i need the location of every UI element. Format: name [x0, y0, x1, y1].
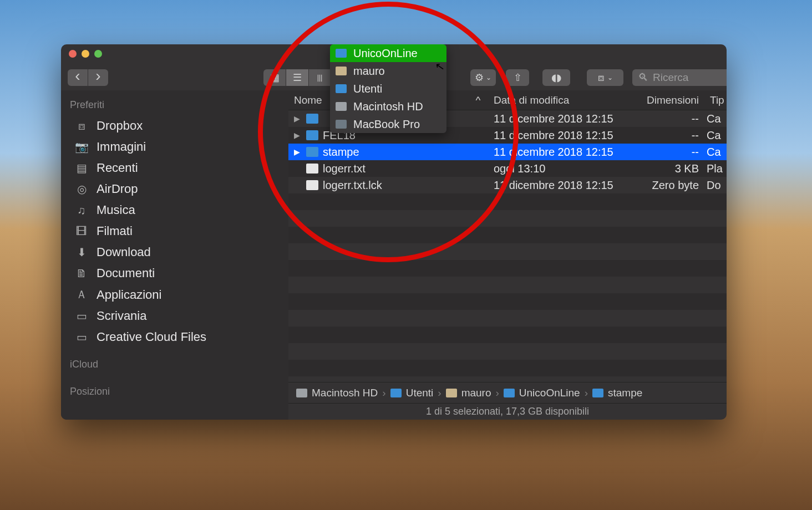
search-field[interactable]: 🔍︎ Ricerca: [632, 69, 727, 86]
sidebar-item-music[interactable]: ♫Musica: [61, 200, 288, 221]
title-path-menu: UnicoOnLine mauro Utenti Macintosh HD Ma…: [330, 44, 446, 133]
path-menu-item-utenti[interactable]: Utenti: [330, 80, 446, 98]
table-row[interactable]: ▶logerr.txt.lck 11 dicembre 2018 12:15 Z…: [288, 177, 727, 193]
search-icon: 🔍︎: [638, 72, 648, 84]
path-segment[interactable]: UnicoOnLine: [519, 387, 580, 399]
recents-icon: ▤: [74, 161, 89, 175]
path-menu-label: Utenti: [353, 83, 382, 95]
applications-icon: Ａ: [74, 287, 89, 302]
sidebar-item-pictures[interactable]: 📷Immagini: [61, 136, 288, 157]
forward-button[interactable]: [88, 69, 108, 86]
music-icon: ♫: [74, 204, 89, 217]
column-view-button[interactable]: ⫼: [309, 69, 331, 86]
sidebar-item-label: Musica: [97, 203, 135, 217]
table-row-selected[interactable]: ▶stampe 11 dicembre 2018 12:15 -- Ca: [288, 144, 727, 160]
file-size: 3 KB: [632, 162, 704, 175]
path-menu-label: mauro: [353, 65, 385, 78]
tag-icon: ◖◗: [551, 72, 561, 84]
column-sort-indicator[interactable]: ^: [468, 94, 488, 106]
file-size: --: [632, 146, 704, 159]
path-segment[interactable]: mauro: [461, 387, 491, 399]
folder-icon: [336, 84, 347, 93]
sidebar-item-airdrop[interactable]: ◎AirDrop: [61, 178, 288, 200]
file-date: 11 dicembre 2018 12:15: [488, 129, 632, 142]
sidebar-item-label: Scrivania: [97, 309, 146, 323]
folder-icon: [592, 389, 603, 397]
sidebar-item-label: AirDrop: [97, 182, 138, 196]
file-name: logerr.txt.lck: [323, 179, 382, 192]
path-menu-item-macbook-pro[interactable]: MacBook Pro: [330, 115, 446, 133]
path-segment[interactable]: stampe: [608, 387, 642, 399]
disclosure-triangle-icon[interactable]: ▶: [294, 114, 302, 123]
chevron-down-icon: ⌄: [607, 74, 613, 81]
column-header-kind[interactable]: Tip: [704, 94, 727, 106]
sidebar-item-label: Documenti: [97, 266, 155, 280]
file-size: Zero byte: [632, 179, 704, 192]
file-kind: Do: [704, 179, 727, 192]
sidebar-item-dropbox[interactable]: ⧈Dropbox: [61, 115, 288, 136]
chevron-down-icon: ⌄: [486, 74, 491, 81]
share-button[interactable]: ⇧: [506, 69, 529, 86]
document-icon: 🗎: [74, 267, 89, 280]
folder-icon: [504, 389, 515, 397]
dropbox-icon: ⧈: [74, 120, 89, 132]
file-name: logerr.txt: [323, 162, 366, 175]
home-icon: [446, 389, 457, 397]
computer-icon: [336, 120, 347, 129]
folder-icon: [336, 49, 347, 58]
column-header-size[interactable]: Dimensioni: [632, 94, 704, 106]
back-button[interactable]: [68, 69, 88, 86]
file-name: stampe: [323, 146, 359, 159]
file-date: 11 dicembre 2018 12:15: [488, 146, 632, 159]
icon-view-button[interactable]: ▦: [263, 69, 286, 86]
file-date: oggi 13:10: [488, 162, 632, 175]
sidebar-item-documents[interactable]: 🗎Documenti: [61, 263, 288, 284]
sidebar-item-creative-cloud[interactable]: ▭Creative Cloud Files: [61, 327, 288, 348]
tags-button[interactable]: ◖◗: [542, 69, 570, 86]
home-icon: [336, 67, 347, 75]
sidebar-item-label: Download: [97, 245, 151, 259]
action-button[interactable]: ⚙︎⌄: [470, 69, 496, 86]
search-placeholder: Ricerca: [653, 72, 688, 84]
path-segment[interactable]: Macintosh HD: [312, 387, 378, 399]
sidebar-item-movies[interactable]: 🎞Filmati: [61, 221, 288, 242]
path-menu-item-macintosh-hd[interactable]: Macintosh HD: [330, 98, 446, 115]
disk-icon: [336, 102, 347, 111]
disclosure-triangle-icon[interactable]: ▶: [294, 147, 302, 156]
sidebar-item-desktop[interactable]: ▭Scrivania: [61, 305, 288, 327]
sidebar-section-favorites: Preferiti: [61, 96, 288, 115]
list-icon: ☰: [293, 72, 302, 84]
table-row[interactable]: ▶logerr.txt oggi 13:10 3 KB Pla: [288, 160, 727, 177]
chevron-left-icon: [75, 72, 80, 84]
file-date: 11 dicembre 2018 12:15: [488, 179, 632, 192]
file-list-panel: Nome ^ Data di modifica Dimensioni Tip ▶…: [288, 90, 727, 420]
path-menu-label: MacBook Pro: [353, 118, 420, 131]
sidebar: Preferiti ⧈Dropbox 📷Immagini ▤Recenti ◎A…: [61, 90, 288, 420]
path-menu-label: Macintosh HD: [353, 100, 423, 113]
sidebar-item-label: Creative Cloud Files: [97, 330, 206, 344]
dropbox-toolbar-button[interactable]: ⧈⌄: [587, 69, 623, 86]
file-kind: Pla: [704, 162, 727, 175]
sidebar-section-locations: Posizioni: [61, 382, 288, 402]
path-segment[interactable]: Utenti: [406, 387, 434, 399]
file-kind: Ca: [704, 146, 727, 159]
path-menu-item-unicoonline[interactable]: UnicoOnLine: [330, 44, 446, 62]
path-bar: Macintosh HD› Utenti› mauro› UnicoOnLine…: [288, 382, 727, 403]
columns-icon: ⫼: [315, 72, 325, 84]
disclosure-triangle-icon[interactable]: ▶: [294, 131, 302, 140]
sidebar-item-label: Filmati: [97, 224, 133, 238]
sidebar-item-label: Recenti: [97, 161, 138, 175]
folder-icon: [306, 147, 318, 157]
sidebar-item-recents[interactable]: ▤Recenti: [61, 157, 288, 178]
path-menu-item-mauro[interactable]: mauro: [330, 62, 446, 80]
file-kind: Ca: [704, 113, 727, 125]
sidebar-item-applications[interactable]: ＡApplicazioni: [61, 284, 288, 305]
dropbox-icon: ⧈: [598, 72, 604, 84]
file-icon: [306, 180, 318, 190]
sidebar-item-downloads[interactable]: ⬇Download: [61, 242, 288, 263]
file-size: --: [632, 113, 704, 125]
gear-icon: ⚙︎: [475, 72, 484, 84]
list-view-button[interactable]: ☰: [286, 69, 308, 86]
status-bar: 1 di 5 selezionati, 17,3 GB disponibili: [288, 403, 727, 420]
column-header-date[interactable]: Data di modifica: [488, 94, 632, 106]
